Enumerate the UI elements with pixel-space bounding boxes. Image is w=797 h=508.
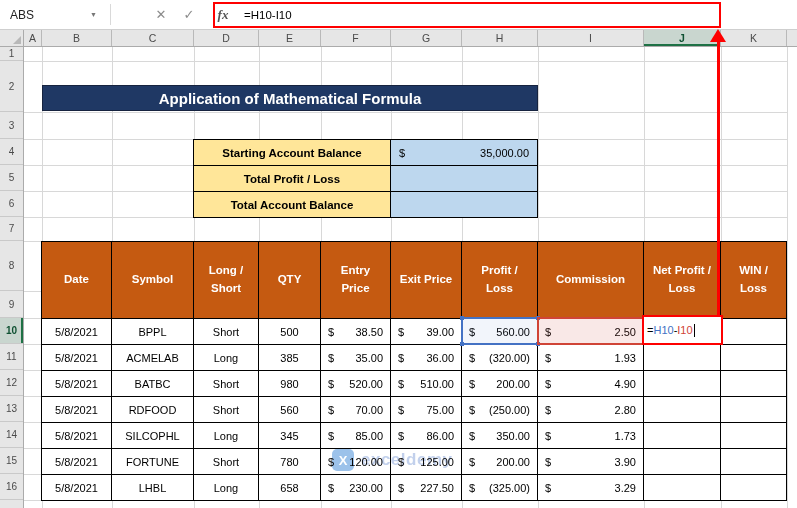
cell-symbol[interactable]: BPPL [112, 319, 194, 345]
cell-qty[interactable]: 560 [259, 397, 321, 423]
row-header-8[interactable]: 8 [0, 241, 23, 291]
row-header-13[interactable]: 13 [0, 396, 23, 422]
cell-date[interactable]: 5/8/2021 [42, 397, 112, 423]
cell-win-loss[interactable] [721, 397, 787, 423]
cell-entry-price[interactable]: $ 230.00 [321, 475, 391, 501]
enter-icon[interactable]: ✓ [176, 0, 202, 29]
cell-profit-loss[interactable]: $ (250.00) [462, 397, 538, 423]
row-header-15[interactable]: 15 [0, 448, 23, 474]
col-header-b[interactable]: B [42, 30, 112, 46]
cell-date[interactable]: 5/8/2021 [42, 449, 112, 475]
col-header-k[interactable]: K [721, 30, 787, 46]
cell-profit-loss[interactable]: $ (320.00) [462, 345, 538, 371]
cell-exit-price[interactable]: $ 86.00 [391, 423, 462, 449]
cell-net-profit-loss[interactable] [644, 345, 721, 371]
summary-value[interactable] [391, 166, 538, 192]
cell-profit-loss[interactable]: $ 560.00 [462, 319, 538, 345]
row-header-4[interactable]: 4 [0, 139, 23, 165]
cell-entry-price[interactable]: $ 520.00 [321, 371, 391, 397]
cell-position[interactable]: Long [194, 475, 259, 501]
col-header-f[interactable]: F [321, 30, 391, 46]
cell-symbol[interactable]: RDFOOD [112, 397, 194, 423]
cell-qty[interactable]: 345 [259, 423, 321, 449]
name-box-dropdown-icon[interactable]: ▼ [90, 11, 97, 18]
row-header-5[interactable]: 5 [0, 165, 23, 191]
cell-qty[interactable]: 980 [259, 371, 321, 397]
cell-commission[interactable]: $ 3.29 [538, 475, 644, 501]
row-header-16[interactable]: 16 [0, 474, 23, 500]
row-header-9[interactable]: 9 [0, 291, 23, 318]
header-date[interactable]: Date [42, 242, 112, 319]
header-exit-price[interactable]: Exit Price [391, 242, 462, 319]
col-header-a[interactable]: A [24, 30, 42, 46]
row-header-11[interactable]: 11 [0, 344, 23, 370]
cell-exit-price[interactable]: $ 36.00 [391, 345, 462, 371]
cell-position[interactable]: Long [194, 423, 259, 449]
header-commission[interactable]: Commission [538, 242, 644, 319]
row-header-2[interactable]: 2 [0, 61, 23, 112]
cell-date[interactable]: 5/8/2021 [42, 319, 112, 345]
col-header-d[interactable]: D [194, 30, 259, 46]
cell-date[interactable]: 5/8/2021 [42, 345, 112, 371]
cell-commission[interactable]: $ 1.73 [538, 423, 644, 449]
header-entry-price[interactable]: Entry Price [321, 242, 391, 319]
cell-win-loss[interactable] [721, 345, 787, 371]
cell-exit-price[interactable]: $ 75.00 [391, 397, 462, 423]
cell-profit-loss[interactable]: $ 350.00 [462, 423, 538, 449]
summary-label[interactable]: Total Profit / Loss [194, 166, 391, 192]
cell-symbol[interactable]: ACMELAB [112, 345, 194, 371]
col-header-h[interactable]: H [462, 30, 538, 46]
row-header-7[interactable]: 7 [0, 217, 23, 241]
cell-win-loss[interactable] [721, 319, 787, 345]
cell-symbol[interactable]: LHBL [112, 475, 194, 501]
summary-value[interactable] [391, 192, 538, 218]
col-header-e[interactable]: E [259, 30, 321, 46]
cancel-icon[interactable]: ✕ [148, 0, 174, 29]
cell-net-profit-loss[interactable] [644, 371, 721, 397]
row-header-12[interactable]: 12 [0, 370, 23, 396]
cell-profit-loss[interactable]: $ (325.00) [462, 475, 538, 501]
row-header-6[interactable]: 6 [0, 191, 23, 217]
header-qty[interactable]: QTY [259, 242, 321, 319]
cell-commission[interactable]: $ 2.50 [538, 319, 644, 345]
cell-date[interactable]: 5/8/2021 [42, 423, 112, 449]
cell-win-loss[interactable] [721, 423, 787, 449]
cell-position[interactable]: Short [194, 397, 259, 423]
cell-commission[interactable]: $ 2.80 [538, 397, 644, 423]
summary-label[interactable]: Total Account Balance [194, 192, 391, 218]
cell-net-profit-loss[interactable] [644, 423, 721, 449]
cell-entry-price[interactable]: $ 35.00 [321, 345, 391, 371]
cell-entry-price[interactable]: $ 70.00 [321, 397, 391, 423]
cell-date[interactable]: 5/8/2021 [42, 371, 112, 397]
cell-exit-price[interactable]: $ 510.00 [391, 371, 462, 397]
cell-net-profit-loss[interactable] [644, 475, 721, 501]
col-header-g[interactable]: G [391, 30, 462, 46]
cell-commission[interactable]: $ 4.90 [538, 371, 644, 397]
cell-win-loss[interactable] [721, 449, 787, 475]
summary-value[interactable]: $ 35,000.00 [391, 140, 538, 166]
cell-exit-price[interactable]: $ 227.50 [391, 475, 462, 501]
cell-net-profit-loss[interactable] [644, 397, 721, 423]
cell-commission[interactable]: $ 3.90 [538, 449, 644, 475]
cell-symbol[interactable]: BATBC [112, 371, 194, 397]
cell-position[interactable]: Long [194, 345, 259, 371]
cell-symbol[interactable]: FORTUNE [112, 449, 194, 475]
cell-position[interactable]: Short [194, 449, 259, 475]
cell-profit-loss[interactable]: $ 200.00 [462, 449, 538, 475]
header-net-profit-loss[interactable]: Net Profit / Loss [644, 242, 721, 319]
cell-win-loss[interactable] [721, 475, 787, 501]
header-win-loss[interactable]: WIN / Loss [721, 242, 787, 319]
col-header-i[interactable]: I [538, 30, 644, 46]
cell-profit-loss[interactable]: $ 200.00 [462, 371, 538, 397]
row-header-1[interactable]: 1 [0, 47, 23, 61]
cell-qty[interactable]: 385 [259, 345, 321, 371]
cell-qty[interactable]: 500 [259, 319, 321, 345]
row-header-10-selected[interactable]: 10 [0, 318, 23, 344]
cell-qty[interactable]: 780 [259, 449, 321, 475]
select-all-corner[interactable] [0, 30, 24, 47]
cell-position[interactable]: Short [194, 319, 259, 345]
header-long-short[interactable]: Long / Short [194, 242, 259, 319]
cell-qty[interactable]: 658 [259, 475, 321, 501]
cell-symbol[interactable]: SILCOPHL [112, 423, 194, 449]
row-header-14[interactable]: 14 [0, 422, 23, 448]
